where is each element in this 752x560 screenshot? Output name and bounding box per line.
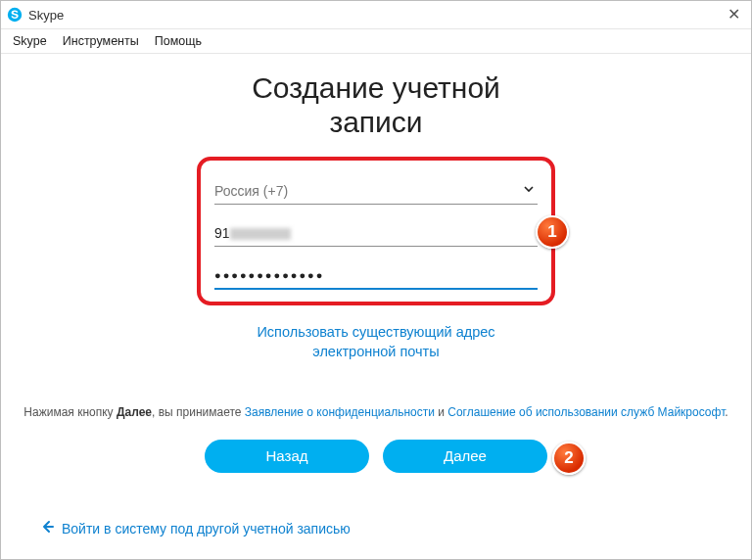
services-agreement-link[interactable]: Соглашение об использовании служб Майкро… [447, 405, 725, 419]
menu-help[interactable]: Помощь [147, 32, 210, 50]
use-email-line2: электронной почты [312, 344, 439, 359]
phone-number-value: 91 [214, 225, 538, 246]
close-button[interactable]: ✕ [724, 5, 743, 24]
legal-text: Нажимая кнопку Далее, вы принимаете Заяв… [1, 404, 751, 421]
next-button[interactable]: Далее [383, 440, 547, 473]
privacy-statement-link[interactable]: Заявление о конфиденциальности [245, 405, 435, 419]
sign-in-other-account-label: Войти в систему под другой учетной запис… [62, 521, 351, 537]
button-row: Назад Далее 2 [1, 440, 751, 473]
phone-number-redacted [230, 228, 291, 240]
legal-bold-next: Далее [117, 405, 152, 419]
use-email-line1: Использовать существующий адрес [257, 324, 494, 340]
signup-form-highlight: Россия (+7) 91 ●●●●●●●●●●●●● 1 [197, 157, 555, 305]
legal-mid2: и [435, 405, 447, 419]
legal-prefix: Нажимая кнопку [24, 405, 117, 419]
country-code-select[interactable]: Россия (+7) [214, 170, 538, 205]
title-bar: Skype ✕ [1, 1, 751, 29]
menu-bar: Skype Инструменты Помощь [1, 29, 751, 54]
annotation-badge-1: 1 [536, 215, 569, 249]
annotation-badge-2: 2 [552, 442, 586, 475]
use-existing-email-link[interactable]: Использовать существующий адрес электрон… [257, 323, 494, 361]
menu-skype[interactable]: Skype [5, 32, 55, 50]
window-title: Skype [28, 8, 64, 23]
skype-window: Skype ✕ Skype Инструменты Помощь Создани… [0, 0, 752, 560]
signup-form: Россия (+7) 91 ●●●●●●●●●●●●● [197, 157, 555, 305]
legal-mid1: , вы принимаете [152, 405, 245, 419]
chevron-down-icon [520, 181, 538, 204]
password-value: ●●●●●●●●●●●●● [214, 269, 538, 288]
skype-icon [7, 7, 23, 23]
arrow-left-icon [40, 520, 54, 537]
password-input[interactable]: ●●●●●●●●●●●●● [214, 255, 538, 290]
phone-number-prefix: 91 [214, 225, 230, 241]
menu-tools[interactable]: Инструменты [55, 32, 147, 50]
phone-number-input[interactable]: 91 [214, 212, 538, 247]
legal-suffix: . [725, 405, 728, 419]
country-code-label: Россия (+7) [214, 183, 520, 204]
page-title-line2: записи [329, 106, 422, 138]
page-title-line1: Создание учетной [252, 71, 500, 104]
content-area: Создание учетной записи Россия (+7) 91 [1, 54, 751, 473]
back-button[interactable]: Назад [205, 440, 369, 473]
use-existing-email-block: Использовать существующий адрес электрон… [1, 323, 751, 361]
page-title: Создание учетной записи [1, 71, 751, 139]
sign-in-other-account-link[interactable]: Войти в систему под другой учетной запис… [40, 520, 351, 537]
